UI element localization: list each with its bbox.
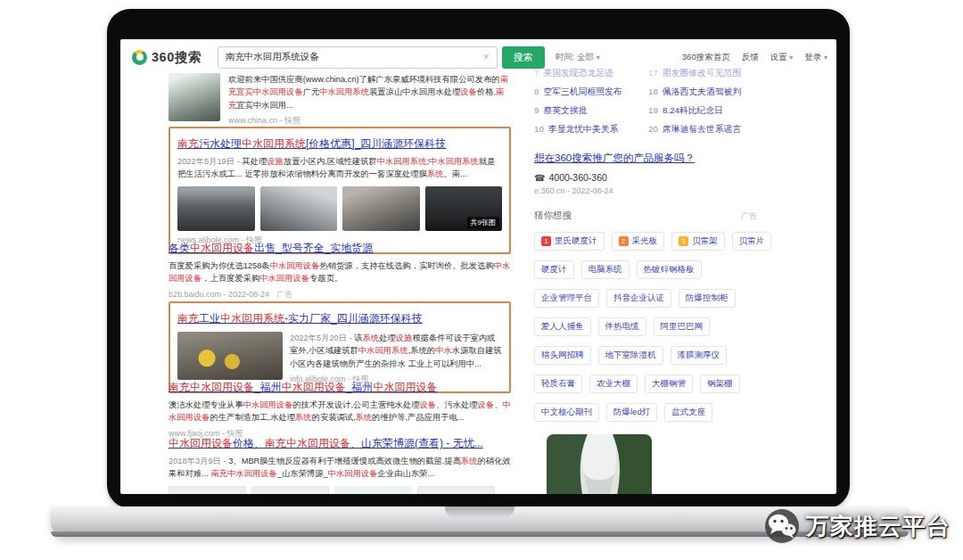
ad-label: 广告	[741, 210, 757, 222]
tag-item[interactable]: 企业管理平台	[534, 289, 599, 308]
result-snippet: 2022年5月19日 - 其处理设施放置小区内,区域性建筑群中水回用系统;中水回…	[177, 155, 502, 181]
hot-search-item[interactable]: 18佩洛西丈夫酒驾被判	[648, 86, 782, 98]
hot-search-item[interactable]: 20席琳迪翁去世系谣言	[648, 124, 782, 136]
result-thumbnail[interactable]	[177, 186, 255, 231]
result-thumbnail[interactable]	[169, 73, 220, 121]
result-source: b2b.baidu.com - 2022-08-24广告	[169, 289, 511, 301]
hot-search-item[interactable]: 10李显龙忧中美关系	[534, 124, 648, 136]
tag-item[interactable]: 漆膜测厚仪	[671, 346, 728, 365]
result-title-link[interactable]: 南充中水回用设备_福州中水回用设备_福州中水回用设备	[169, 380, 437, 395]
result-thumbnail[interactable]	[260, 186, 338, 231]
image-count-badge: 共9张图	[467, 217, 499, 228]
result-title-link[interactable]: 南充工业中水回用系统-实力厂家_四川涵源环保科技	[177, 311, 423, 326]
chevron-down-icon: ▾	[789, 54, 793, 62]
tag-item[interactable]: 大棚钢管	[645, 375, 693, 393]
tag-item[interactable]: 3贝雷架	[671, 232, 725, 251]
hot-search-item[interactable]: 17朋友圈修改可见范围	[648, 68, 782, 79]
result-snippet: 欢迎前来中国供应商(www.china.cn)了解广东泉威环境科技有限公司发布的…	[228, 73, 511, 111]
highlighted-search-result: 南充污水处理中水回用系统[价格优惠]_四川涵源环保科技 2022年5月19日 -…	[169, 127, 511, 254]
watermark-label: 万家推云平台	[806, 511, 951, 542]
result-thumbnail[interactable]	[334, 486, 412, 494]
ad-search-result: 各类中水回用设备出售_型号齐全_实地货源 百度爱采购为你优选1258条中水回用设…	[169, 239, 511, 301]
page: 360搜索 × 搜索 时间: 全部 ▾ 360搜索首页 反馈 设置 ▾ 登录 ▾	[0, 0, 963, 560]
tag-item[interactable]: 伴热电缆	[598, 317, 646, 336]
suggest-title: 猜你想搜	[534, 210, 572, 222]
browser-viewport: 360搜索 × 搜索 时间: 全部 ▾ 360搜索首页 反馈 设置 ▾ 登录 ▾	[120, 39, 836, 494]
search-result: 南充中水回用设备_福州中水回用设备_福州中水回用设备 澳洁水处理专业从事中水回用…	[169, 378, 511, 440]
result-source: www.china.cn - 快照	[228, 115, 511, 127]
tag-item[interactable]: 中文核心期刊	[534, 403, 599, 422]
tag-item[interactable]: 热镀锌钢格板	[637, 260, 702, 279]
tag-item[interactable]: 轻质石膏	[534, 375, 582, 393]
result-thumbnail[interactable]	[169, 486, 246, 494]
result-thumbnail[interactable]	[417, 486, 495, 494]
tag-item[interactable]: 硬度计	[534, 260, 574, 279]
tag-item[interactable]: 防爆led灯	[606, 403, 657, 422]
hot-search-item[interactable]: 9蔡英文挨批	[534, 105, 648, 117]
search-input[interactable]	[226, 52, 483, 62]
search-result: 欢迎前来中国供应商(www.china.cn)了解广东泉威环境科技有限公司发布的…	[169, 73, 511, 127]
promo-title-link[interactable]: 想在360搜索推广您的产品服务吗？	[534, 152, 695, 163]
360-search-logo[interactable]: 360搜索	[132, 49, 202, 66]
search-result: 中水回用设备价格、南充中水回用设备、山东荣博源(查看) - 无忧... 2018…	[169, 434, 511, 494]
wechat-icon	[764, 508, 800, 544]
tag-item[interactable]: 地下室除湿机	[598, 346, 663, 365]
tag-item[interactable]: 盆式支座	[664, 403, 712, 422]
result-body: 欢迎前来中国供应商(www.china.cn)了解广东泉威环境科技有限公司发布的…	[228, 73, 511, 127]
result-thumbnails	[169, 486, 511, 494]
result-title-link[interactable]: 南充污水处理中水回用系统[价格优惠]_四川涵源环保科技	[177, 136, 446, 152]
tag-item[interactable]: 贝雷片	[732, 232, 772, 251]
result-snippet: 2018年3月9日 - 3、MBR膜生物反应器有利于增殖缓慢或高效微生物的截留,…	[169, 455, 511, 481]
phone-icon: ☎	[534, 173, 545, 183]
tag-item[interactable]: 农业大棚	[589, 375, 638, 393]
chevron-down-icon: ▾	[824, 54, 827, 62]
tag-item[interactable]: 阿里巴巴网	[654, 317, 711, 336]
link-login[interactable]: 登录 ▾	[804, 52, 827, 63]
360-logo-icon	[132, 50, 147, 65]
rank-badge: 3	[679, 236, 688, 246]
ad-label: 广告	[276, 290, 292, 299]
watermark: 万家推云平台	[764, 508, 951, 544]
result-thumbnail[interactable]	[177, 332, 283, 380]
result-thumbnails: 共9张图	[177, 186, 502, 231]
promo-block: 想在360搜索推广您的产品服务吗？ ☎4000-360-360 e.360.cn…	[534, 149, 789, 195]
suggested-tags: 1里氏硬度计 2采光板 3贝雷架 贝雷片 硬度计 电脑系统 热镀锌钢格板 企业管…	[534, 232, 789, 432]
clear-icon[interactable]: ×	[483, 51, 490, 63]
rank-badge: 2	[619, 236, 629, 246]
laptop-base-notch	[445, 506, 514, 518]
sidebar: 7美国发现恐龙足迹 17朋友圈修改可见范围 8空军三机同框照发布 18佩洛西丈夫…	[534, 39, 789, 494]
hot-search-item[interactable]: 7美国发现恐龙足迹	[534, 68, 648, 79]
result-snippet: 澳洁水处理专业从事中水回用设备的技术开发设计,公司主营纯水处理设备、污水处理设备…	[169, 399, 511, 424]
tag-item[interactable]: 抖音企业认证	[606, 289, 671, 308]
logo-text: 360搜索	[152, 49, 202, 66]
tag-item[interactable]: 钢架棚	[700, 375, 740, 393]
sidebar-scenic-image[interactable]	[547, 434, 652, 494]
result-title-link[interactable]: 中水回用设备价格、南充中水回用设备、山东荣博源(查看) - 无忧...	[169, 436, 483, 451]
rank-badge: 1	[541, 236, 551, 246]
tag-item[interactable]: 猎头网招聘	[534, 346, 591, 365]
laptop-screen-bezel: 360搜索 × 搜索 时间: 全部 ▾ 360搜索首页 反馈 设置 ▾ 登录 ▾	[107, 9, 850, 508]
tag-item[interactable]: 2采光板	[612, 232, 665, 251]
promo-source: e.360.cn - 2022-08-24	[534, 186, 789, 195]
result-snippet: 2022年5月20日 - 该系统处理设施根据条件可设于室内或室外,小区域建筑群中…	[290, 332, 502, 370]
hot-search-item[interactable]: 198.24科比纪念日	[648, 105, 782, 117]
promo-phone: ☎4000-360-360	[534, 172, 789, 183]
suggest-header: 猜你想搜 广告	[534, 210, 789, 222]
result-thumbnail[interactable]: 共9张图	[425, 186, 503, 231]
result-snippet: 百度爱采购为你优选1258条中水回用设备热销货源，支持在线选购，实时询价。批发选…	[169, 259, 511, 285]
hot-search-list: 7美国发现恐龙足迹 17朋友圈修改可见范围 8空军三机同框照发布 18佩洛西丈夫…	[534, 68, 789, 136]
tag-item[interactable]: 防爆控制柜	[679, 289, 736, 308]
result-thumbnail[interactable]	[342, 186, 420, 231]
tag-item[interactable]: 电脑系统	[581, 260, 630, 279]
tag-item[interactable]: 1里氏硬度计	[534, 232, 605, 251]
search-box[interactable]: ×	[218, 46, 498, 69]
hot-search-item[interactable]: 8空军三机同框照发布	[534, 86, 648, 98]
result-title-link[interactable]: 各类中水回用设备出售_型号齐全_实地货源	[169, 241, 373, 256]
tag-item[interactable]: 爱人人捕鱼	[534, 317, 591, 336]
result-thumbnail[interactable]	[251, 486, 329, 494]
